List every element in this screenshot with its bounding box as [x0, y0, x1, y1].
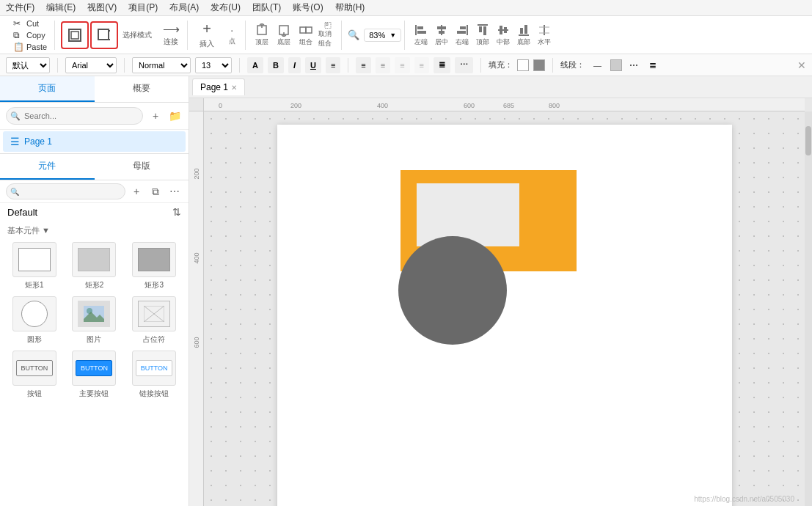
zoom-control[interactable]: 83% ▼ — [364, 29, 401, 42]
comp-item-circle[interactable]: 圆形 — [7, 296, 62, 345]
menu-help[interactable]: 帮助(H) — [335, 1, 365, 14]
menu-file[interactable]: 文件(F) — [6, 1, 34, 14]
cut-button[interactable]: ✂ Cut — [12, 18, 48, 29]
tab-pages[interactable]: 页面 — [0, 76, 95, 102]
comp-item-placeholder[interactable]: 占位符 — [127, 296, 181, 345]
comp-copy-button[interactable]: ⧉ — [147, 183, 164, 199]
menu-publish[interactable]: 发布(U) — [211, 1, 241, 14]
page-item-label: Page 1 — [24, 136, 52, 147]
ungroup-button[interactable]: 取消组合 — [318, 21, 338, 49]
text-spacing[interactable]: ≣ — [434, 57, 450, 73]
main-content: 页面 概要 🔍 + 📁 ☰ Page 1 元 — [0, 76, 812, 506]
gray-circle[interactable] — [398, 236, 507, 345]
align-horizontal-label: 水平 — [538, 37, 551, 47]
comp-more-button[interactable]: ⋯ — [167, 183, 183, 199]
comp-search-input[interactable] — [6, 183, 125, 199]
comp-label-image: 图片 — [87, 334, 101, 345]
align-right-text[interactable]: ≡ — [395, 57, 409, 73]
page-search-input[interactable] — [6, 107, 143, 125]
select-connect-button[interactable] — [90, 21, 118, 49]
format-B-button[interactable]: B — [268, 57, 284, 73]
format-A-button[interactable]: A — [247, 57, 263, 73]
style-select[interactable]: 默认 — [6, 57, 50, 73]
menu-project[interactable]: 项目(P) — [128, 1, 158, 14]
comp-add-button[interactable]: + — [128, 183, 145, 199]
comp-item-rect1[interactable]: 矩形1 — [7, 242, 62, 290]
comp-item-rect3[interactable]: 矩形3 — [127, 242, 181, 290]
comp-item-button[interactable]: BUTTON 按钮 — [7, 351, 62, 399]
scrollbar-thumb[interactable] — [805, 126, 811, 155]
comp-label-rect3: 矩形3 — [145, 280, 164, 290]
comp-item-link-button[interactable]: BUTTON 链接按钮 — [127, 351, 181, 399]
placeholder-shape — [138, 301, 170, 327]
point-button[interactable]: · 点 — [222, 21, 242, 49]
page-search-row: 🔍 + 📁 — [0, 103, 189, 130]
menu-account[interactable]: 账号(O) — [293, 1, 323, 14]
top-layer-button[interactable]: 顶层 — [252, 21, 272, 49]
group-button[interactable]: 组合 — [296, 21, 316, 49]
cut-icon: ✂ — [13, 18, 23, 29]
align-right-button[interactable]: 右端 — [452, 21, 472, 49]
align-horizontal-button[interactable]: 水平 — [534, 21, 555, 49]
align-left-button[interactable]: 左端 — [411, 21, 431, 49]
align-center-icon — [435, 23, 448, 37]
tab-components[interactable]: 元件 — [0, 154, 95, 180]
menu-edit[interactable]: 编辑(E) — [46, 1, 76, 14]
page-tabs: 页面 概要 — [0, 76, 189, 103]
component-grid: 矩形1 矩形2 矩形3 — [0, 239, 189, 405]
page-icon: ☰ — [10, 136, 20, 147]
bottom-layer-button[interactable]: 底层 — [274, 21, 294, 49]
align-center-button[interactable]: 居中 — [431, 21, 452, 49]
tab-masters[interactable]: 母版 — [95, 154, 189, 180]
ungroup-label: 取消组合 — [318, 29, 337, 48]
stroke-color[interactable] — [610, 59, 622, 71]
align-left-text[interactable]: ≡ — [356, 57, 370, 73]
canvas-tab-page1[interactable]: Page 1 ✕ — [192, 78, 245, 95]
tab-outline[interactable]: 概要 — [95, 76, 189, 102]
close-panel-button[interactable]: ✕ — [797, 59, 806, 71]
align-middle-button[interactable]: 中部 — [493, 21, 513, 49]
ruler-vertical: 200 400 600 — [189, 111, 204, 506]
fill-color-white[interactable] — [517, 59, 529, 71]
select-frame-button[interactable] — [61, 21, 89, 49]
comp-preview-circle — [12, 296, 56, 331]
menu-view[interactable]: 视图(V) — [87, 1, 117, 14]
comp-default-arrow[interactable]: ⇅ — [172, 206, 181, 218]
group-icon — [299, 23, 312, 37]
fill-color-gray[interactable] — [533, 59, 545, 71]
comp-item-rect2[interactable]: 矩形2 — [67, 242, 122, 290]
white-rectangle[interactable] — [417, 183, 519, 246]
align-center-text[interactable]: ≡ — [376, 57, 390, 73]
format-list-button[interactable]: ≡ — [326, 57, 340, 73]
comp-label-rect2: 矩形2 — [85, 280, 104, 290]
paste-button[interactable]: 📋 Paste — [12, 41, 48, 53]
stroke-style[interactable]: ⋯ — [626, 58, 641, 73]
stroke-width[interactable]: ≣ — [645, 58, 660, 73]
scrollbar-right[interactable] — [805, 111, 812, 506]
page-canvas — [277, 125, 732, 506]
format-I-button[interactable]: I — [288, 57, 301, 73]
align-top-button[interactable]: 顶部 — [472, 21, 493, 49]
page-item-1[interactable]: ☰ Page 1 — [3, 131, 186, 152]
justify-text[interactable]: ≡ — [414, 57, 429, 73]
menu-layout[interactable]: 布局(A) — [169, 1, 199, 14]
align-right-icon — [456, 23, 469, 37]
menu-team[interactable]: 团队(T) — [252, 1, 281, 14]
svg-rect-10 — [306, 27, 312, 33]
copy-button[interactable]: ⧉ Copy — [12, 29, 48, 41]
text-spacing2[interactable]: ⋯ — [455, 57, 473, 73]
canvas-dots-area[interactable]: https://blog.csdn.net/a0505030 — [204, 111, 805, 506]
comp-item-image[interactable]: 图片 — [67, 296, 122, 345]
align-bottom-button[interactable]: 底部 — [513, 21, 534, 49]
font-size-select[interactable]: 13 — [195, 57, 232, 73]
insert-button[interactable]: + 插入 — [194, 21, 220, 49]
format-U-button[interactable]: U — [305, 57, 321, 73]
add-page-button[interactable]: + — [147, 108, 164, 124]
page-search-icon: 🔍 — [10, 111, 21, 121]
canvas-tab-close[interactable]: ✕ — [231, 84, 237, 92]
text-style-select[interactable]: Normal — [132, 57, 191, 73]
font-select[interactable]: Arial — [65, 57, 117, 73]
folder-page-button[interactable]: 📁 — [167, 108, 183, 124]
connect-button[interactable]: ⟶ 连接 — [158, 21, 184, 49]
comp-item-primary-button[interactable]: BUTTON 主要按钮 — [67, 351, 122, 399]
